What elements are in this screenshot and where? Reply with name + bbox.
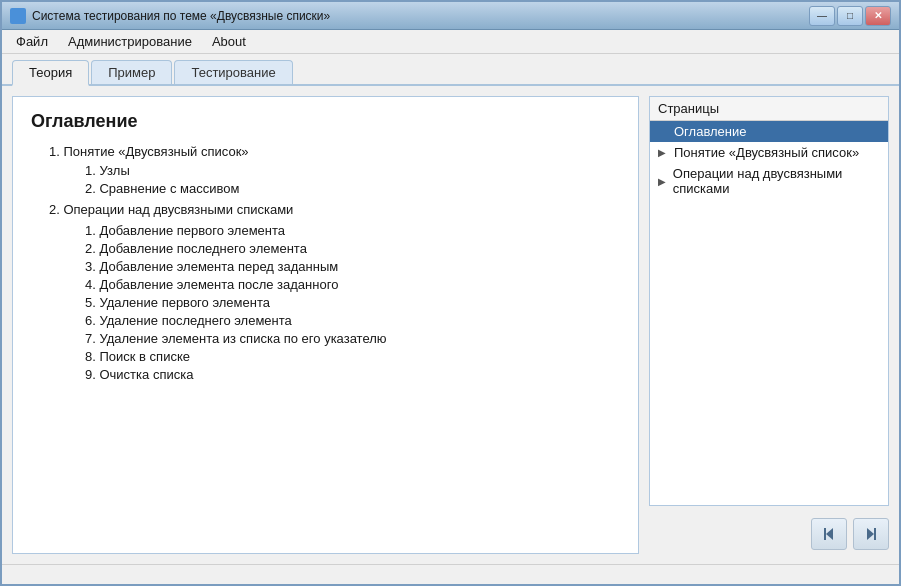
main-panel: Оглавление 1. Понятие «Двусвязный список… <box>12 96 639 554</box>
window-title: Система тестирования по теме «Двусвязные… <box>32 9 330 23</box>
nav-next-icon <box>862 525 880 543</box>
toc-section-2: 2. Операции над двусвязными списками 1. … <box>31 202 620 382</box>
nav-prev-icon <box>820 525 838 543</box>
pages-item-toc[interactable]: Оглавление <box>650 121 888 142</box>
toc-item-2-4[interactable]: 4. Добавление элемента после заданного <box>85 277 620 292</box>
svg-marker-2 <box>867 528 874 540</box>
toc-item-1-2[interactable]: 2. Сравнение с массивом <box>85 181 620 196</box>
nav-next-button[interactable] <box>853 518 889 550</box>
toc-item-2-9[interactable]: 9. Очистка списка <box>85 367 620 382</box>
pages-title: Страницы <box>650 97 888 121</box>
tabs-bar: Теория Пример Тестирование <box>2 54 899 86</box>
svg-marker-0 <box>826 528 833 540</box>
toc-item-2-7[interactable]: 7. Удаление элемента из списка по его ук… <box>85 331 620 346</box>
svg-rect-1 <box>824 528 826 540</box>
toc-item-2-3[interactable]: 3. Добавление элемента перед заданным <box>85 259 620 274</box>
close-button[interactable]: ✕ <box>865 6 891 26</box>
pages-item-operations[interactable]: ▶ Операции над двусвязными списками <box>650 163 888 199</box>
toc-item-2[interactable]: 2. Операции над двусвязными списками <box>49 202 620 217</box>
app-icon <box>10 8 26 24</box>
pages-item-concept[interactable]: ▶ Понятие «Двусвязный список» <box>650 142 888 163</box>
nav-prev-button[interactable] <box>811 518 847 550</box>
pages-list: Оглавление ▶ Понятие «Двусвязный список»… <box>650 121 888 505</box>
title-buttons: — □ ✕ <box>809 6 891 26</box>
pages-box: Страницы Оглавление ▶ Понятие «Двусвязны… <box>649 96 889 506</box>
menu-admin[interactable]: Администрирование <box>58 32 202 51</box>
toc-item-2-6[interactable]: 6. Удаление последнего элемента <box>85 313 620 328</box>
title-bar-left: Система тестирования по теме «Двусвязные… <box>10 8 330 24</box>
title-bar: Система тестирования по теме «Двусвязные… <box>2 2 899 30</box>
chevron-operations: ▶ <box>658 176 669 187</box>
right-panel: Страницы Оглавление ▶ Понятие «Двусвязны… <box>649 96 889 554</box>
toc-section-1: 1. Понятие «Двусвязный список» 1. Узлы 2… <box>31 144 620 196</box>
status-bar <box>2 564 899 584</box>
toc-item-2-5[interactable]: 5. Удаление первого элемента <box>85 295 620 310</box>
toc-item-1[interactable]: 1. Понятие «Двусвязный список» <box>49 144 620 159</box>
maximize-button[interactable]: □ <box>837 6 863 26</box>
tab-testing[interactable]: Тестирование <box>174 60 292 84</box>
toc-item-2-8[interactable]: 8. Поиск в списке <box>85 349 620 364</box>
minimize-button[interactable]: — <box>809 6 835 26</box>
menu-file[interactable]: Файл <box>6 32 58 51</box>
toc-heading: Оглавление <box>31 111 620 132</box>
tab-example[interactable]: Пример <box>91 60 172 84</box>
toc-item-2-2[interactable]: 2. Добавление последнего элемента <box>85 241 620 256</box>
menu-about[interactable]: About <box>202 32 256 51</box>
content-area: Оглавление 1. Понятие «Двусвязный список… <box>2 86 899 564</box>
toc-item-1-1[interactable]: 1. Узлы <box>85 163 620 178</box>
chevron-concept: ▶ <box>658 147 670 158</box>
svg-rect-3 <box>874 528 876 540</box>
toc-item-2-1[interactable]: 1. Добавление первого элемента <box>85 223 620 238</box>
nav-buttons <box>649 514 889 554</box>
menubar: Файл Администрирование About <box>2 30 899 54</box>
tab-theory[interactable]: Теория <box>12 60 89 86</box>
app-window: Система тестирования по теме «Двусвязные… <box>0 0 901 586</box>
